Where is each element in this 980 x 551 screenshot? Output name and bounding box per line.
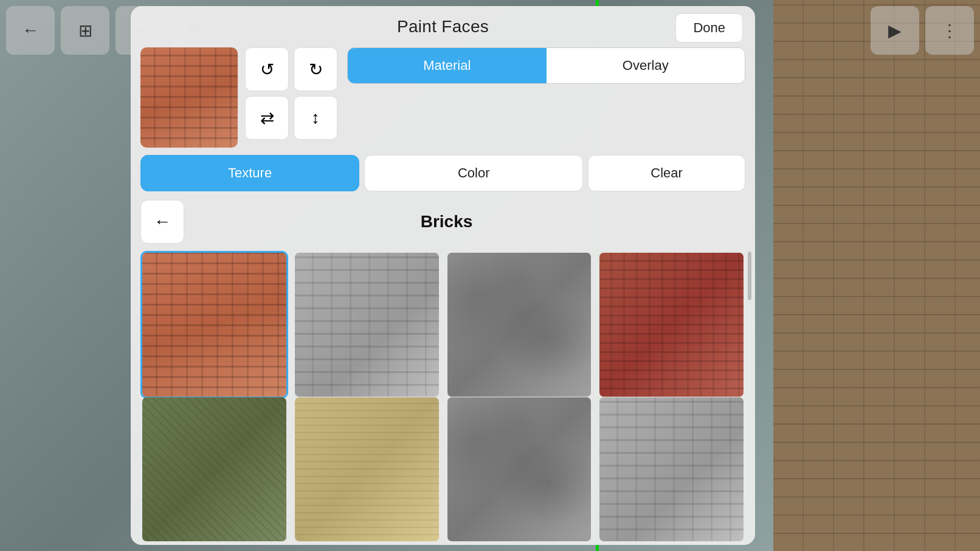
rotate-cw-button[interactable]: ↻ xyxy=(294,47,337,91)
scene-right-wall xyxy=(773,0,980,551)
back-toolbar-button[interactable]: ← xyxy=(6,6,55,55)
category-back-button[interactable]: ← xyxy=(140,200,184,244)
flip-row: ⇄ ↕ xyxy=(245,96,337,140)
more-toolbar-icon: ⋮ xyxy=(941,21,958,41)
rotate-ccw-icon: ↺ xyxy=(260,60,274,80)
done-button[interactable]: Done xyxy=(675,13,743,43)
texture-color-clear-row: Texture Color Clear xyxy=(131,152,755,195)
overlay-button[interactable]: Overlay xyxy=(547,48,745,83)
texture-image-red-paving xyxy=(599,253,744,397)
preview-image xyxy=(140,47,238,148)
texture-image-extra xyxy=(599,397,744,541)
texture-image-gray-block xyxy=(295,253,439,397)
texture-item-gray-block[interactable] xyxy=(293,251,441,399)
texture-item-sand[interactable] xyxy=(293,395,441,543)
color-tab-button[interactable]: Color xyxy=(364,155,583,191)
texture-image-stone xyxy=(447,253,592,397)
texture-image-stone2 xyxy=(447,397,592,541)
material-button[interactable]: Material xyxy=(348,48,547,83)
current-texture-preview xyxy=(140,47,238,148)
play-toolbar-icon: ▶ xyxy=(888,21,902,41)
category-back-icon: ← xyxy=(154,212,171,231)
texture-item-red-brick[interactable] xyxy=(140,251,288,399)
texture-item-red-paving[interactable] xyxy=(598,251,745,399)
texture-image-sand xyxy=(295,397,439,541)
preview-row: ↺ ↻ ⇄ ↕ Material Overlay xyxy=(131,43,755,152)
texture-item-stone[interactable] xyxy=(446,251,593,399)
texture-item-stone2[interactable] xyxy=(446,395,593,543)
more-toolbar-button[interactable]: ⋮ xyxy=(925,6,974,55)
flip-horizontal-button[interactable]: ⇄ xyxy=(245,96,289,140)
clear-button[interactable]: Clear xyxy=(588,155,745,191)
back-toolbar-icon: ← xyxy=(22,21,39,40)
category-row: ← Bricks xyxy=(131,195,755,248)
flip-vertical-icon: ↕ xyxy=(311,108,320,128)
transform-controls: ↺ ↻ ⇄ ↕ xyxy=(245,47,337,140)
rotate-cw-icon: ↻ xyxy=(309,60,323,80)
rotate-ccw-button[interactable]: ↺ xyxy=(245,47,289,91)
material-overlay-toggle: Material Overlay xyxy=(345,47,745,84)
flip-horizontal-icon: ⇄ xyxy=(260,108,274,128)
category-title: Bricks xyxy=(192,212,745,231)
grid-toolbar-button[interactable]: ⊞ xyxy=(61,6,109,55)
play-toolbar-button[interactable]: ▶ xyxy=(871,6,919,55)
texture-item-extra[interactable] xyxy=(598,395,745,543)
scroll-indicator xyxy=(748,252,751,300)
texture-grid xyxy=(131,248,755,545)
grid-toolbar-icon: ⊞ xyxy=(78,21,92,41)
texture-item-moss[interactable] xyxy=(140,395,288,543)
dialog-header: Paint Faces Done xyxy=(131,6,755,43)
texture-image-red-brick xyxy=(142,253,286,397)
texture-tab-button[interactable]: Texture xyxy=(140,155,359,191)
dialog-title: Paint Faces xyxy=(397,17,489,36)
texture-image-moss xyxy=(142,397,286,541)
rotation-row: ↺ ↻ xyxy=(245,47,337,91)
flip-vertical-button[interactable]: ↕ xyxy=(294,96,337,140)
paint-faces-dialog: Paint Faces Done ↺ ↻ ⇄ ↕ xyxy=(131,6,755,545)
material-overlay-container: Material Overlay xyxy=(347,47,745,84)
